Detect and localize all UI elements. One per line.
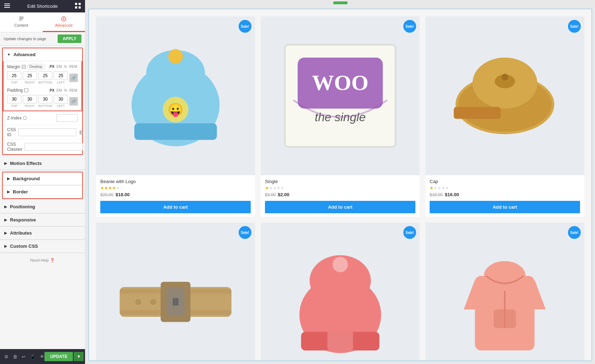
background-header[interactable]: ▶ Background [3, 172, 82, 185]
update-bar-text: Update changes to page [4, 37, 46, 41]
margin-unit-rem[interactable]: REM [69, 65, 78, 69]
undo-icon[interactable]: ↩ [22, 354, 26, 359]
padding-section: Padding PX EM % REM TOP [7, 88, 78, 108]
panel-title: Edit Shortcode [10, 4, 75, 9]
eye-icon[interactable]: 👁 [40, 354, 44, 359]
margin-unit-percent[interactable]: % [63, 65, 68, 69]
padding-right-group: RIGHT [23, 95, 37, 108]
apply-button[interactable]: APPLY [58, 34, 81, 43]
background-label: Background [13, 176, 40, 181]
product-card: Sale! Hoodie ★★★★★ $42.00 $42.00 – $45.0… [425, 223, 584, 361]
padding-unit-px[interactable]: PX [49, 89, 55, 92]
positioning-section: ▶ Positioning [0, 200, 85, 214]
margin-unit-selector[interactable]: PX EM % REM [49, 65, 78, 69]
svg-rect-12 [23, 117, 26, 119]
star-icon: ★ [437, 186, 441, 191]
margin-link-button[interactable]: 🔗 [69, 74, 78, 82]
advanced-section-header[interactable]: ▼ Advanced [3, 48, 82, 61]
tab-advanced[interactable]: Advanced [43, 12, 85, 32]
positioning-label: Positioning [10, 204, 35, 209]
positioning-header[interactable]: ▶ Positioning [0, 200, 85, 213]
margin-unit-em[interactable]: EM [56, 65, 63, 69]
bottom-toolbar: ⚙ 🗑 ↩ 📱 👁 UPDATE ▼ [0, 349, 85, 364]
margin-right-label: RIGHT [25, 81, 35, 84]
old-price: $20.00 [100, 192, 113, 197]
product-image-wrap: Sale! [425, 16, 584, 175]
responsive-header[interactable]: ▶ Responsive [0, 214, 85, 226]
responsive-section: ▶ Responsive [0, 214, 85, 227]
add-to-cart-button[interactable]: Add to cart [430, 201, 580, 213]
product-image-wrap: Sale! [96, 223, 255, 361]
padding-right-input[interactable] [23, 95, 37, 103]
attributes-header[interactable]: ▶ Attributes [0, 227, 85, 240]
old-price: $18.00 [430, 192, 443, 197]
product-name: Single [265, 179, 415, 184]
hamburger-icon[interactable] [4, 3, 10, 10]
margin-section: Margin Desktop PX EM % REM TOP [3, 61, 82, 111]
svg-rect-6 [79, 6, 81, 9]
tab-content[interactable]: Content [0, 12, 43, 32]
border-header[interactable]: ▶ Border [3, 186, 82, 198]
star-rating: ★★★★★ [100, 186, 251, 191]
new-price: $2.00 [278, 192, 289, 197]
padding-top-input[interactable] [7, 95, 21, 103]
mobile-icon[interactable]: 📱 [30, 354, 36, 359]
add-to-cart-button[interactable]: Add to cart [265, 201, 415, 213]
product-prices: $20.00 $18.00 [100, 192, 251, 197]
custom-css-header[interactable]: ▶ Custom CSS [0, 240, 85, 253]
motion-effects-arrow: ▶ [4, 161, 7, 165]
trash-icon[interactable]: 🗑 [13, 354, 17, 359]
star-icon: ★ [434, 186, 437, 191]
star-icon: ★ [430, 186, 434, 191]
padding-left-input[interactable] [54, 95, 68, 103]
product-image: WOO the single [261, 16, 420, 175]
z-index-input[interactable] [57, 114, 78, 122]
margin-unit-px[interactable]: PX [49, 65, 55, 69]
svg-text:😛: 😛 [168, 102, 184, 117]
advanced-section-title: Advanced [14, 52, 36, 57]
settings-icon[interactable]: ⚙ [4, 354, 9, 359]
motion-effects-header[interactable]: ▶ Motion Effects [0, 157, 85, 170]
padding-unit-selector[interactable]: PX EM % REM [49, 89, 78, 92]
background-arrow: ▶ [7, 177, 10, 181]
padding-left-label: LEFT [57, 104, 65, 108]
border-label: Border [13, 189, 28, 194]
product-image [96, 223, 255, 361]
grid-icon[interactable] [75, 3, 81, 10]
motion-effects-label: Motion Effects [10, 161, 42, 166]
padding-top-label: TOP [11, 104, 17, 108]
margin-top-input[interactable] [7, 71, 21, 80]
update-button[interactable]: UPDATE [44, 352, 73, 361]
padding-unit-em[interactable]: EM [56, 89, 63, 92]
star-icon: ★ [116, 186, 120, 191]
product-grid: Sale! 😛 Beanie with Logo ★★★★★ $20.00 $1… [96, 16, 584, 361]
responsive-arrow: ▶ [4, 218, 7, 222]
margin-bottom-input[interactable] [38, 71, 53, 80]
star-icon: ★ [273, 186, 277, 191]
star-icon: ★ [277, 186, 281, 191]
svg-rect-26 [454, 107, 501, 119]
padding-right-label: RIGHT [25, 104, 35, 108]
margin-right-input[interactable] [23, 71, 37, 80]
product-image-wrap: Sale! [261, 223, 420, 361]
margin-bottom-group: BOTTOM [38, 71, 53, 84]
css-id-input[interactable] [18, 128, 76, 136]
svg-point-41 [333, 257, 348, 272]
svg-rect-1 [4, 5, 10, 6]
padding-link-button[interactable]: 🔗 [69, 97, 78, 106]
product-image-wrap: Sale! WOO the single [261, 16, 420, 175]
padding-unit-percent[interactable]: % [63, 89, 68, 92]
product-info: Beanie with Logo ★★★★★ $20.00 $18.00 Add… [96, 175, 255, 217]
padding-unit-rem[interactable]: REM [69, 89, 78, 92]
z-index-row: Z-Index [3, 111, 82, 125]
z-index-label: Z-Index [7, 116, 57, 121]
css-classes-input[interactable] [25, 143, 83, 151]
css-id-delete-button[interactable]: 🗑 [79, 129, 84, 135]
add-to-cart-button[interactable]: Add to cart [100, 201, 251, 213]
product-card: Sale! WOO the single Single ★★★★★ $3.00 … [261, 16, 420, 217]
svg-point-35 [135, 299, 141, 305]
margin-left-input[interactable] [54, 71, 68, 80]
update-dropdown-button[interactable]: ▼ [74, 352, 84, 361]
padding-bottom-input[interactable] [38, 95, 53, 103]
product-card: Sale! 😛 Beanie with Logo ★★★★★ $20.00 $1… [96, 16, 255, 217]
